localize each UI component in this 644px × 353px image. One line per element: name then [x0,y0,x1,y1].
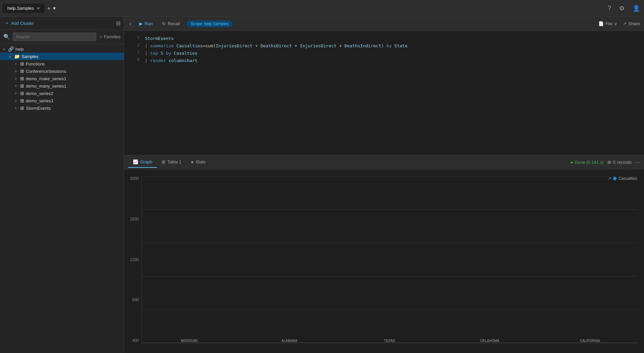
records-count: 5 [613,160,615,165]
y-axis-labels: 200016001200800400 [124,176,142,343]
file-button[interactable]: 📄 File ∨ [598,21,618,26]
y-axis-label: 1600 [130,217,139,221]
result-tab-table1[interactable]: ⊞Table 1 [157,157,186,168]
tab-icon: 📈 [133,159,138,164]
tree-item-help[interactable]: ∨ 🔗 help [0,45,124,53]
favorites-button[interactable]: ☆ Favorites [99,35,120,39]
tab-label: Table 1 [167,159,181,164]
tree-icon: ⊞ [20,83,24,89]
run-label: Run [145,21,153,26]
tree-item-functions[interactable]: > ⊞ Functions [0,60,124,67]
share-icon: ↗ [623,21,627,26]
tab-label: Stats [196,159,206,164]
tree-icon: ⊞ [20,91,24,96]
dropdown-icon[interactable]: ▾ [52,4,57,13]
tree-item-stormEvents[interactable]: > ⊞ StormEvents [0,104,124,112]
chart-area: ↗ Casualties 200016001200800400 MISSOURI… [124,169,644,353]
title-bar-actions: ? ⚙ 👤 [606,3,641,13]
chart-bars-area: MISSOURIALABAMATEXASOKLAHOMACALIFORNIA [142,176,637,343]
line-number: 4 [129,57,140,62]
tab-icon: ⊞ [162,159,165,164]
tree-label: StormEvents [26,106,51,111]
file-icon: 📄 [598,21,604,26]
tree-label: ConferenceSessions [26,69,66,74]
search-input[interactable] [13,33,96,41]
status-records: ⊞ 5 records [607,160,632,165]
plus-icon: ＋ [5,20,9,26]
settings-icon[interactable]: ⚙ [618,3,626,13]
tab-icon: ● [191,159,194,164]
scope-label: Scope: help.Samples [191,21,228,26]
status-done: ● Done (0.141 s) [571,160,604,165]
tree-item-demo_series2[interactable]: > ⊞ demo_series2 [0,90,124,97]
line-number: 1 [129,35,140,40]
favorites-label: ☆ Favorites [99,35,120,39]
share-button[interactable]: ↗ Share [623,21,640,26]
search-icon: 🔍 [3,34,10,40]
search-bar: 🔍 ☆ Favorites [0,30,124,44]
result-tab-stats[interactable]: ●Stats [186,157,210,168]
bar-group-alabama: ALABAMA [242,338,337,343]
panel-layout-icon[interactable]: ⊟ [116,20,120,27]
records-label: records [617,160,632,165]
y-axis-label: 400 [132,338,139,343]
tree-icon: 📁 [14,54,20,59]
run-button[interactable]: ▶ Run [137,20,155,27]
tree-label: help [15,47,24,52]
new-tab-icon[interactable]: + [46,4,52,13]
help-icon[interactable]: ? [606,3,612,13]
toolbar-right: 📄 File ∨ ↗ Share [598,21,640,26]
code-content[interactable]: | summarize Causalties=sum(InjuriesDirec… [145,42,408,50]
chevron-icon: > [15,77,20,81]
code-content[interactable]: | top 5 by Casalties [145,50,198,57]
add-cluster-label: Add Cluster [11,21,34,26]
chart-wrapper: ↗ Casualties 200016001200800400 MISSOURI… [124,173,644,353]
back-button[interactable]: ‹ [128,20,132,28]
recall-button[interactable]: ↻ Recall [159,20,182,27]
editor-area: ‹ ▶ Run ↻ Recall Scope: help.Samples 📄 F… [124,17,644,353]
sidebar: ＋ Add Cluster ⊟ 🔍 ☆ Favorites ∨ 🔗 help ∨… [0,17,124,353]
grid-line [142,343,637,343]
active-tab[interactable]: help.Samples ✕ [3,4,45,13]
tree-item-demo_make_series1[interactable]: > ⊞ demo_make_series1 [0,75,124,82]
tree-label: demo_series2 [26,91,53,96]
bar-label: MISSOURI [181,339,198,343]
code-line: 4| render columnchart [124,57,644,64]
code-line: 1StormEvents [124,35,644,42]
tree-label: Samples [21,54,39,59]
sidebar-header: ＋ Add Cluster ⊟ [0,17,124,30]
line-number: 3 [129,50,140,55]
tree-label: demo_many_series1 [26,84,66,89]
chevron-icon: > [15,62,20,66]
results-tabs: 📈Graph⊞Table 1●Stats ● Done (0.141 s) ⊞ … [124,155,644,169]
tree-item-conferenceSessions[interactable]: > ⊞ ConferenceSessions [0,67,124,75]
tree-item-samples[interactable]: ∨ 📁 Samples [0,53,124,60]
close-icon[interactable]: ✕ [37,6,40,11]
code-line: 2| summarize Causalties=sum(InjuriesDire… [124,42,644,50]
results-status: ● Done (0.141 s) ⊞ 5 records ⋯ [571,160,640,165]
tree-icon: ⊞ [20,105,24,111]
tree-icon: ⊞ [20,68,24,74]
code-line: 3| top 5 by Casalties [124,50,644,57]
code-content[interactable]: | render columnchart [145,57,198,64]
user-icon[interactable]: 👤 [631,3,641,13]
bar-group-texas: TEXAS [342,338,437,343]
bar-label: TEXAS [384,339,395,343]
tree-area: ∨ 🔗 help ∨ 📁 Samples > ⊞ Functions > ⊞ C… [0,44,124,353]
result-tab-graph[interactable]: 📈Graph [128,157,157,168]
chevron-icon: > [15,69,20,73]
done-label: Done (0.141 s) [575,160,603,165]
scope-pill[interactable]: Scope: help.Samples [186,20,232,27]
tab-label: help.Samples [7,6,34,11]
add-cluster-button[interactable]: ＋ Add Cluster [3,19,35,27]
tree-label: demo_make_series1 [26,76,66,81]
tree-item-demo_series3[interactable]: > ⊞ demo_series3 [0,97,124,104]
y-axis-label: 2000 [130,176,139,181]
results-more-icon[interactable]: ⋯ [636,160,640,165]
tree-item-demo_many_series1[interactable]: > ⊞ demo_many_series1 [0,82,124,90]
code-editor[interactable]: 1StormEvents2| summarize Causalties=sum(… [124,31,644,155]
chevron-icon: > [15,92,20,95]
tree-label: demo_series3 [26,98,53,103]
y-axis-label: 1200 [130,257,139,262]
code-content[interactable]: StormEvents [145,35,174,42]
